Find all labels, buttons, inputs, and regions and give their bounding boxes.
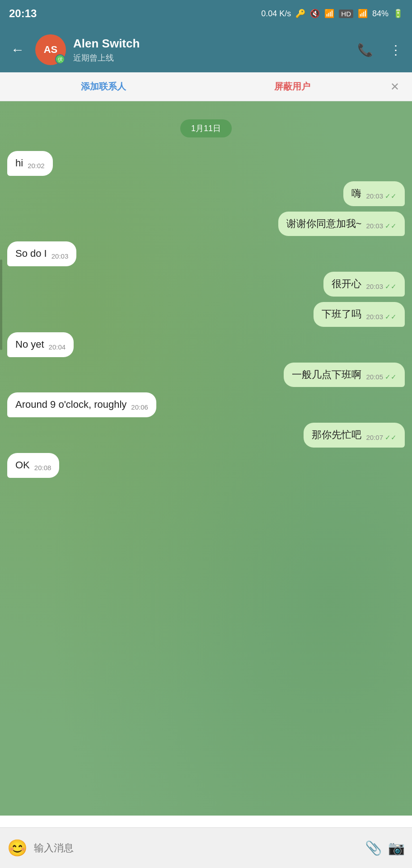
table-row: OK 20:08	[7, 453, 405, 478]
message-read-check: ✓✓	[385, 433, 397, 442]
avatar-initials: AS	[44, 44, 58, 56]
notification-bar: 添加联系人 屏蔽用户 ✕	[0, 72, 412, 101]
message-text: hi	[15, 156, 23, 170]
list-item: hi 20:02	[7, 151, 53, 176]
message-meta: 20:03 ✓✓	[366, 221, 397, 231]
signal-icon: 📶	[358, 9, 368, 19]
battery-icon: 🔋	[393, 9, 403, 19]
badge-label: 伏	[58, 56, 63, 63]
hd-icon: HD	[339, 9, 353, 18]
scroll-indicator	[0, 259, 2, 350]
list-item: No yet 20:04	[7, 332, 74, 357]
list-item: 下班了吗 20:03 ✓✓	[314, 302, 405, 327]
message-read-check: ✓✓	[385, 372, 397, 382]
list-item: 谢谢你同意加我~ 20:03 ✓✓	[278, 212, 405, 236]
table-row: So do I 20:03	[7, 241, 405, 266]
message-time: 20:07	[366, 433, 383, 442]
message-read-check: ✓✓	[385, 191, 397, 201]
message-text: 一般几点下班啊	[292, 368, 361, 382]
status-bar: 20:13 0.04 K/s 🔑 🔇 📶 HD 📶 84% 🔋	[0, 0, 412, 27]
message-text: 谢谢你同意加我~	[286, 217, 362, 231]
table-row: hi 20:02	[7, 151, 405, 176]
table-row: 很开心 20:03 ✓✓	[7, 272, 405, 297]
message-meta: 20:08	[34, 463, 52, 472]
key-icon: 🔑	[295, 9, 305, 19]
message-time: 20:03	[366, 282, 383, 291]
date-label: 1月11日	[180, 119, 232, 137]
message-meta: 20:07 ✓✓	[366, 433, 397, 442]
messages-container: hi 20:02 嗨 20:03 ✓✓ 谢谢你同意加我~ 20:03	[7, 151, 405, 478]
message-meta: 20:03 ✓✓	[366, 191, 397, 201]
message-time: 20:05	[366, 372, 383, 382]
message-read-check: ✓✓	[385, 221, 397, 231]
message-time: 20:03	[366, 191, 383, 201]
message-meta: 20:06	[131, 402, 148, 412]
message-time: 20:02	[28, 161, 45, 170]
message-read-check: ✓✓	[385, 282, 397, 291]
message-text: 嗨	[351, 187, 361, 201]
message-meta: 20:03 ✓✓	[366, 312, 397, 321]
list-item: So do I 20:03	[7, 241, 76, 266]
message-meta: 20:04	[49, 342, 66, 352]
message-read-check: ✓✓	[385, 312, 397, 321]
message-text: 下班了吗	[322, 307, 361, 321]
message-time: 20:08	[34, 463, 52, 472]
contact-status: 近期曾上线	[73, 52, 347, 63]
table-row: 嗨 20:03 ✓✓	[7, 181, 405, 206]
avatar-badge: 伏	[55, 54, 65, 64]
message-text: No yet	[15, 338, 44, 352]
status-icons: 0.04 K/s 🔑 🔇 📶 HD 📶 84% 🔋	[261, 9, 403, 19]
table-row: 那你先忙吧 20:07 ✓✓	[7, 423, 405, 448]
date-separator: 1月11日	[7, 119, 405, 137]
message-text: So do I	[15, 247, 47, 261]
dismiss-notification-button[interactable]: ✕	[387, 77, 403, 97]
more-options-button[interactable]: ⋮	[387, 40, 405, 60]
list-item: OK 20:08	[7, 453, 59, 478]
message-meta: 20:02	[28, 161, 45, 170]
mute-icon: 🔇	[310, 9, 320, 19]
data-speed: 0.04 K/s	[261, 9, 291, 19]
list-item: Around 9 o'clock, roughly 20:06	[7, 392, 156, 417]
table-row: No yet 20:04	[7, 332, 405, 357]
list-item: 嗨 20:03 ✓✓	[343, 181, 405, 206]
chat-header: ← AS 伏 Alen Switch 近期曾上线 📞 ⋮	[0, 27, 412, 72]
add-contact-button[interactable]: 添加联系人	[9, 80, 198, 93]
table-row: Around 9 o'clock, roughly 20:06	[7, 392, 405, 417]
message-text: OK	[15, 458, 30, 472]
message-meta: 20:03 ✓✓	[366, 282, 397, 291]
message-time: 20:03	[52, 251, 69, 261]
message-text: Around 9 o'clock, roughly	[15, 398, 126, 412]
list-item: 那你先忙吧 20:07 ✓✓	[304, 423, 405, 448]
message-meta: 20:05 ✓✓	[366, 372, 397, 382]
message-text: 那你先忙吧	[312, 428, 361, 442]
block-user-button[interactable]: 屏蔽用户	[198, 80, 387, 93]
list-item: 很开心 20:03 ✓✓	[323, 272, 405, 297]
avatar-container: AS 伏	[35, 34, 66, 65]
message-time: 20:03	[366, 312, 383, 321]
message-time: 20:04	[49, 342, 66, 352]
message-time: 20:03	[366, 221, 383, 231]
header-actions: 📞 ⋮	[355, 40, 405, 60]
table-row: 下班了吗 20:03 ✓✓	[7, 302, 405, 327]
contact-name: Alen Switch	[73, 37, 347, 51]
table-row: 谢谢你同意加我~ 20:03 ✓✓	[7, 212, 405, 236]
battery: 84%	[372, 9, 389, 19]
call-button[interactable]: 📞	[355, 40, 376, 60]
back-button[interactable]: ←	[7, 38, 28, 61]
message-time: 20:06	[131, 402, 148, 412]
message-meta: 20:03	[52, 251, 69, 261]
status-time: 20:13	[9, 7, 37, 20]
chat-area: 1月11日 hi 20:02 嗨 20:03 ✓✓	[0, 101, 412, 816]
table-row: 一般几点下班啊 20:05 ✓✓	[7, 363, 405, 387]
list-item: 一般几点下班啊 20:05 ✓✓	[284, 363, 405, 387]
wifi-icon: 📶	[324, 9, 334, 19]
message-text: 很开心	[332, 277, 361, 291]
contact-info: Alen Switch 近期曾上线	[73, 37, 347, 63]
